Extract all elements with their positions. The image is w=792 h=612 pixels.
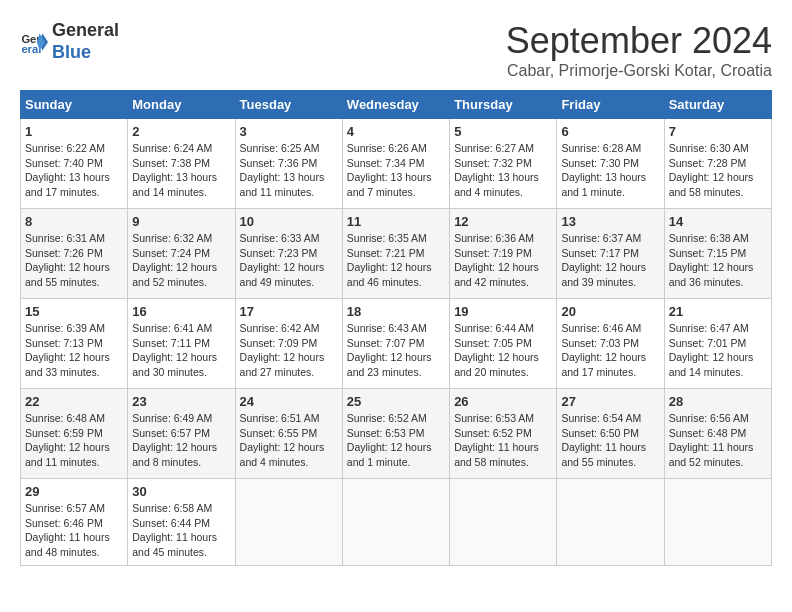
day-number: 30 xyxy=(132,484,230,499)
day-number: 14 xyxy=(669,214,767,229)
calendar-cell: 7Sunrise: 6:30 AMSunset: 7:28 PMDaylight… xyxy=(664,119,771,209)
cell-info: and 45 minutes. xyxy=(132,545,230,560)
cell-info: Sunset: 7:13 PM xyxy=(25,336,123,351)
cell-info: Daylight: 11 hours xyxy=(561,440,659,455)
day-number: 23 xyxy=(132,394,230,409)
cell-info: Sunset: 6:57 PM xyxy=(132,426,230,441)
calendar-cell xyxy=(664,479,771,566)
calendar-week-row: 8Sunrise: 6:31 AMSunset: 7:26 PMDaylight… xyxy=(21,209,772,299)
calendar-cell: 12Sunrise: 6:36 AMSunset: 7:19 PMDayligh… xyxy=(450,209,557,299)
calendar-cell: 22Sunrise: 6:48 AMSunset: 6:59 PMDayligh… xyxy=(21,389,128,479)
day-number: 27 xyxy=(561,394,659,409)
day-number: 26 xyxy=(454,394,552,409)
calendar-cell: 11Sunrise: 6:35 AMSunset: 7:21 PMDayligh… xyxy=(342,209,449,299)
cell-info: Daylight: 12 hours xyxy=(25,440,123,455)
day-number: 8 xyxy=(25,214,123,229)
logo-general: General xyxy=(52,20,119,42)
cell-info: Sunrise: 6:37 AM xyxy=(561,231,659,246)
cell-info: Sunset: 7:17 PM xyxy=(561,246,659,261)
cell-info: Sunrise: 6:48 AM xyxy=(25,411,123,426)
cell-info: Sunrise: 6:22 AM xyxy=(25,141,123,156)
cell-info: Sunrise: 6:53 AM xyxy=(454,411,552,426)
calendar-cell: 24Sunrise: 6:51 AMSunset: 6:55 PMDayligh… xyxy=(235,389,342,479)
calendar-cell: 2Sunrise: 6:24 AMSunset: 7:38 PMDaylight… xyxy=(128,119,235,209)
calendar-week-row: 15Sunrise: 6:39 AMSunset: 7:13 PMDayligh… xyxy=(21,299,772,389)
cell-info: and 1 minute. xyxy=(347,455,445,470)
cell-info: and 11 minutes. xyxy=(240,185,338,200)
day-number: 22 xyxy=(25,394,123,409)
day-number: 28 xyxy=(669,394,767,409)
calendar-cell: 17Sunrise: 6:42 AMSunset: 7:09 PMDayligh… xyxy=(235,299,342,389)
cell-info: Sunset: 7:28 PM xyxy=(669,156,767,171)
cell-info: Sunrise: 6:46 AM xyxy=(561,321,659,336)
day-number: 20 xyxy=(561,304,659,319)
cell-info: and 1 minute. xyxy=(561,185,659,200)
cell-info: Daylight: 12 hours xyxy=(669,350,767,365)
calendar-cell: 30Sunrise: 6:58 AMSunset: 6:44 PMDayligh… xyxy=(128,479,235,566)
cell-info: Sunset: 6:52 PM xyxy=(454,426,552,441)
cell-info: Sunset: 7:03 PM xyxy=(561,336,659,351)
cell-info: and 33 minutes. xyxy=(25,365,123,380)
cell-info: Sunset: 7:19 PM xyxy=(454,246,552,261)
cell-info: Sunrise: 6:56 AM xyxy=(669,411,767,426)
calendar-cell: 1Sunrise: 6:22 AMSunset: 7:40 PMDaylight… xyxy=(21,119,128,209)
cell-info: and 42 minutes. xyxy=(454,275,552,290)
cell-info: Daylight: 12 hours xyxy=(347,350,445,365)
cell-info: Sunrise: 6:32 AM xyxy=(132,231,230,246)
cell-info: Daylight: 11 hours xyxy=(25,530,123,545)
cell-info: Sunrise: 6:24 AM xyxy=(132,141,230,156)
day-number: 2 xyxy=(132,124,230,139)
calendar-cell: 27Sunrise: 6:54 AMSunset: 6:50 PMDayligh… xyxy=(557,389,664,479)
calendar-cell: 8Sunrise: 6:31 AMSunset: 7:26 PMDaylight… xyxy=(21,209,128,299)
cell-info: and 55 minutes. xyxy=(561,455,659,470)
calendar-cell: 10Sunrise: 6:33 AMSunset: 7:23 PMDayligh… xyxy=(235,209,342,299)
cell-info: Daylight: 12 hours xyxy=(240,440,338,455)
cell-info: Sunset: 7:30 PM xyxy=(561,156,659,171)
page-header: Gen eral General Blue September 2024 Cab… xyxy=(20,20,772,80)
cell-info: Sunrise: 6:27 AM xyxy=(454,141,552,156)
cell-info: Daylight: 12 hours xyxy=(454,350,552,365)
cell-info: and 17 minutes. xyxy=(561,365,659,380)
cell-info: Daylight: 13 hours xyxy=(561,170,659,185)
day-number: 5 xyxy=(454,124,552,139)
cell-info: Daylight: 12 hours xyxy=(240,260,338,275)
cell-info: and 46 minutes. xyxy=(347,275,445,290)
cell-info: and 49 minutes. xyxy=(240,275,338,290)
cell-info: Sunrise: 6:28 AM xyxy=(561,141,659,156)
cell-info: Sunset: 7:32 PM xyxy=(454,156,552,171)
cell-info: Sunrise: 6:58 AM xyxy=(132,501,230,516)
cell-info: Sunrise: 6:43 AM xyxy=(347,321,445,336)
cell-info: Sunset: 7:40 PM xyxy=(25,156,123,171)
day-number: 12 xyxy=(454,214,552,229)
cell-info: and 14 minutes. xyxy=(132,185,230,200)
cell-info: Daylight: 12 hours xyxy=(25,350,123,365)
day-number: 19 xyxy=(454,304,552,319)
day-number: 25 xyxy=(347,394,445,409)
cell-info: Daylight: 12 hours xyxy=(25,260,123,275)
cell-info: Daylight: 12 hours xyxy=(561,260,659,275)
cell-info: and 7 minutes. xyxy=(347,185,445,200)
cell-info: Daylight: 12 hours xyxy=(132,440,230,455)
cell-info: Sunset: 6:55 PM xyxy=(240,426,338,441)
calendar-cell: 23Sunrise: 6:49 AMSunset: 6:57 PMDayligh… xyxy=(128,389,235,479)
calendar-cell: 21Sunrise: 6:47 AMSunset: 7:01 PMDayligh… xyxy=(664,299,771,389)
cell-info: Sunset: 7:21 PM xyxy=(347,246,445,261)
cell-info: Sunset: 6:53 PM xyxy=(347,426,445,441)
cell-info: Sunset: 6:59 PM xyxy=(25,426,123,441)
cell-info: Sunrise: 6:30 AM xyxy=(669,141,767,156)
day-number: 3 xyxy=(240,124,338,139)
weekday-header: Saturday xyxy=(664,91,771,119)
calendar-cell: 26Sunrise: 6:53 AMSunset: 6:52 PMDayligh… xyxy=(450,389,557,479)
cell-info: Sunset: 7:09 PM xyxy=(240,336,338,351)
cell-info: Daylight: 13 hours xyxy=(132,170,230,185)
logo-text: General Blue xyxy=(52,20,119,63)
cell-info: and 23 minutes. xyxy=(347,365,445,380)
calendar-cell xyxy=(342,479,449,566)
day-number: 17 xyxy=(240,304,338,319)
cell-info: Sunset: 6:44 PM xyxy=(132,516,230,531)
cell-info: and 52 minutes. xyxy=(132,275,230,290)
calendar-cell: 19Sunrise: 6:44 AMSunset: 7:05 PMDayligh… xyxy=(450,299,557,389)
day-number: 4 xyxy=(347,124,445,139)
cell-info: and 39 minutes. xyxy=(561,275,659,290)
cell-info: Daylight: 12 hours xyxy=(132,260,230,275)
